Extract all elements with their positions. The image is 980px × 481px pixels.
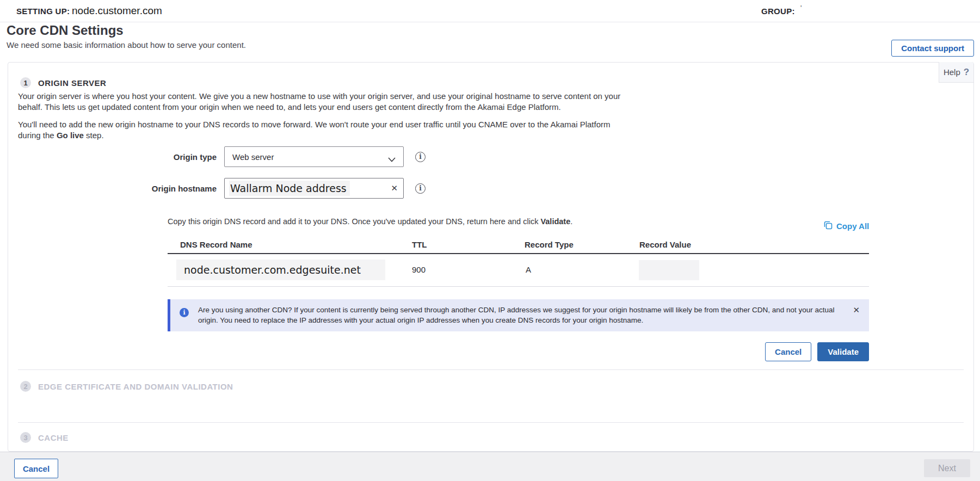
footer-next-button[interactable]: Next — [924, 459, 970, 477]
section-cache-header: 3 CACHE — [20, 432, 69, 443]
contact-support-button[interactable]: Contact support — [891, 40, 974, 57]
origin-hostname-value: Wallarm Node address — [229, 181, 350, 196]
alert-close-icon[interactable]: ✕ — [853, 305, 860, 315]
instruction-post: . — [570, 217, 572, 226]
dns-records-table: DNS Record Name TTL Record Type Record V… — [168, 239, 869, 287]
help-question-icon: ? — [964, 67, 969, 78]
page-title: Core CDN Settings — [7, 23, 124, 38]
clear-input-icon[interactable]: ✕ — [391, 183, 398, 193]
origin-description-paragraph: Your origin server is where you host you… — [18, 91, 625, 113]
info-icon: i — [180, 308, 189, 317]
col-ttl: TTL — [412, 240, 427, 249]
record-type-cell: A — [526, 265, 531, 274]
section-divider — [18, 369, 964, 370]
section-cache-title: CACHE — [38, 433, 69, 442]
section-origin-server-title: ORIGIN SERVER — [38, 78, 106, 88]
cancel-button[interactable]: Cancel — [765, 342, 811, 361]
top-bar: SETTING UP: node.customer.com GROUP: ' — [0, 0, 980, 22]
copy-icon — [824, 221, 833, 231]
setting-up-label: SETTING UP: — [16, 7, 70, 16]
help-label: Help — [944, 67, 960, 77]
origin-hostname-input[interactable]: Wallarm Node address ✕ — [224, 178, 404, 199]
help-tab[interactable]: Help ? — [939, 62, 973, 83]
dns-instructions-paragraph: You'll need to add the new origin hostna… — [18, 119, 625, 141]
instruction-pre: Copy this origin DNS record and add it t… — [168, 217, 540, 226]
dns-copy-instruction: Copy this origin DNS record and add it t… — [168, 217, 572, 226]
section-origin-server-header: 1 ORIGIN SERVER — [20, 77, 106, 88]
ttl-cell: 900 — [412, 265, 426, 274]
section-edge-certificate-header: 2 EDGE CERTIFICATE AND DOMAIN VALIDATION — [20, 381, 233, 392]
origin-type-select[interactable]: Web server — [224, 146, 404, 167]
group-label: GROUP: — [761, 7, 795, 16]
table-row: node.customer.com.edgesuite.net 900 A — [168, 254, 869, 287]
section-divider — [18, 422, 964, 423]
alert-message: Are you using another CDN? If your conte… — [198, 305, 843, 325]
group-value: ' — [800, 4, 802, 12]
table-header-row: DNS Record Name TTL Record Type Record V… — [168, 239, 869, 254]
origin-type-info-icon[interactable]: i — [415, 152, 426, 162]
step-1-badge: 1 — [20, 77, 31, 88]
validate-button[interactable]: Validate — [817, 342, 869, 361]
validate-emphasis: Validate — [540, 217, 570, 226]
dns-record-name-cell: node.customer.com.edgesuite.net — [176, 260, 385, 280]
other-cdn-alert: i Are you using another CDN? If your con… — [168, 299, 869, 331]
para2-post: step. — [84, 131, 104, 140]
copy-all-link[interactable]: Copy All — [824, 221, 869, 231]
record-value-cell — [639, 260, 699, 280]
origin-actions-row: Cancel Validate — [168, 342, 869, 361]
origin-hostname-info-icon[interactable]: i — [415, 183, 426, 194]
origin-hostname-label: Origin hostname — [18, 184, 224, 193]
setting-up-hostname: node.customer.com — [72, 5, 162, 17]
page-subtitle: We need some basic information about how… — [7, 40, 246, 50]
step-3-badge: 3 — [20, 432, 31, 443]
col-dns-record-name: DNS Record Name — [180, 240, 252, 249]
origin-type-value: Web server — [232, 152, 274, 162]
col-record-value: Record Value — [639, 240, 691, 249]
para2-pre: You'll need to add the new origin hostna… — [18, 120, 611, 140]
settings-card: Help ? 1 ORIGIN SERVER Your origin serve… — [8, 62, 974, 452]
footer-bar: Cancel Next — [0, 452, 980, 481]
origin-hostname-row: Origin hostname Wallarm Node address ✕ i — [18, 178, 426, 199]
origin-type-label: Origin type — [18, 152, 224, 162]
footer-cancel-button[interactable]: Cancel — [14, 459, 58, 478]
go-live-emphasis: Go live — [57, 131, 84, 140]
section-edge-certificate-title: EDGE CERTIFICATE AND DOMAIN VALIDATION — [38, 382, 233, 391]
col-record-type: Record Type — [525, 240, 574, 249]
origin-type-row: Origin type Web server i — [18, 146, 426, 167]
step-2-badge: 2 — [20, 381, 31, 392]
chevron-down-icon — [388, 155, 396, 164]
copy-all-label: Copy All — [836, 221, 869, 231]
